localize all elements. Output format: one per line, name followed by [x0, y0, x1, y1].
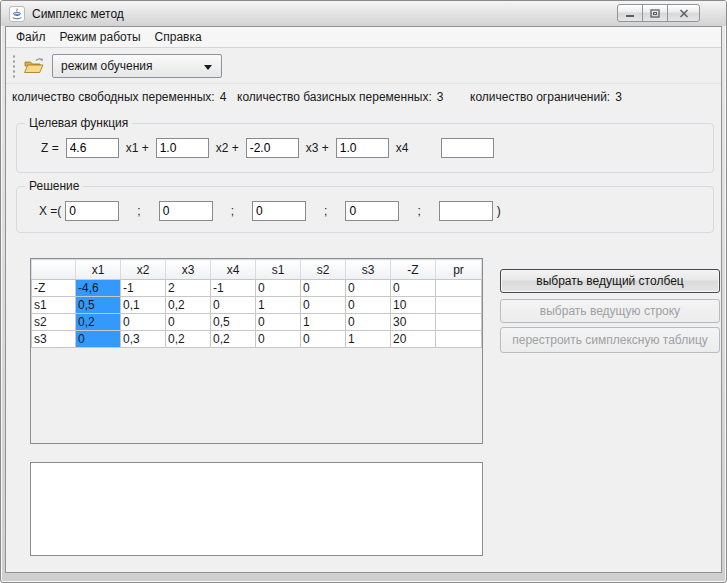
client-area: Файл Режим работы Справка режим обучения [5, 26, 722, 573]
solution-x1[interactable] [65, 201, 119, 221]
table-cell[interactable]: 2 [166, 280, 211, 297]
column-header[interactable]: pr [436, 260, 482, 280]
table-cell[interactable]: -1 [121, 280, 166, 297]
free-variables-value: 4 [220, 90, 227, 104]
table-row: -Z-4,6-12-10000 [32, 280, 482, 297]
table-cell[interactable]: 1 [256, 297, 301, 314]
column-header[interactable]: x3 [166, 260, 211, 280]
column-header[interactable]: x4 [211, 260, 256, 280]
window-title: Симплекс метод [32, 7, 124, 21]
objective-extra-field[interactable] [441, 138, 494, 158]
objective-coef-x4[interactable] [336, 138, 389, 158]
solution-x3[interactable] [252, 201, 306, 221]
table-cell[interactable]: 0 [301, 280, 346, 297]
table-cell[interactable] [436, 331, 482, 348]
table-cell[interactable]: 0 [211, 297, 256, 314]
row-header[interactable]: s2 [32, 314, 76, 331]
objective-var-x4: x4 [396, 141, 409, 155]
column-header[interactable]: s3 [346, 260, 391, 280]
table-cell[interactable]: 20 [391, 331, 436, 348]
solution-separator: ; [231, 204, 234, 218]
mode-dropdown[interactable]: режим обучения [52, 54, 222, 78]
solution-extra-field[interactable] [439, 201, 493, 221]
column-header[interactable]: s2 [301, 260, 346, 280]
open-folder-icon [23, 57, 45, 75]
table-cell[interactable]: 0 [256, 331, 301, 348]
close-button[interactable] [667, 4, 700, 22]
objective-coef-x1[interactable] [66, 138, 119, 158]
column-header[interactable]: -Z [391, 260, 436, 280]
column-header[interactable]: x2 [121, 260, 166, 280]
solution-group-title: Решение [25, 179, 83, 193]
table-cell[interactable]: -4,6 [76, 280, 121, 297]
table-cell[interactable]: 0 [256, 314, 301, 331]
row-header[interactable]: s1 [32, 297, 76, 314]
log-area[interactable] [30, 462, 483, 556]
maximize-icon [650, 9, 660, 18]
solution-x2[interactable] [159, 201, 213, 221]
minimize-button[interactable] [617, 4, 643, 22]
column-header[interactable]: s1 [256, 260, 301, 280]
table-cell[interactable] [436, 314, 482, 331]
table-cell[interactable]: 10 [391, 297, 436, 314]
row-header[interactable]: -Z [32, 280, 76, 297]
open-file-button[interactable] [20, 52, 48, 80]
objective-prefix: Z = [41, 141, 59, 155]
objective-var-x1: x1 + [126, 141, 149, 155]
table-cell[interactable] [436, 280, 482, 297]
solution-group: Решение X =( ; ; ; ; ) [16, 186, 714, 233]
objective-coef-x3[interactable] [246, 138, 299, 158]
column-header[interactable]: x1 [76, 260, 121, 280]
select-pivot-row-button[interactable]: выбрать ведущую строку [500, 299, 720, 323]
table-cell[interactable]: -1 [211, 280, 256, 297]
constraints-count: количество ограничений:3 [470, 90, 622, 104]
rebuild-simplex-table-button[interactable]: перестроить симплексную таблицу [500, 327, 720, 353]
table-cell[interactable]: 0 [391, 280, 436, 297]
table-cell[interactable]: 0 [301, 331, 346, 348]
menu-file[interactable]: Файл [9, 28, 53, 46]
table-cell[interactable]: 0 [166, 314, 211, 331]
close-icon [679, 9, 689, 18]
row-header[interactable]: s3 [32, 331, 76, 348]
table-cell[interactable]: 0,2 [166, 331, 211, 348]
simplex-table: x1x2x3x4s1s2s3-Zpr-Z-4,6-12-10000s10,50,… [31, 259, 482, 348]
solution-x4[interactable] [345, 201, 399, 221]
title-bar[interactable]: Симплекс метод [1, 1, 726, 26]
table-cell[interactable]: 0 [346, 314, 391, 331]
solution-separator: ; [137, 204, 140, 218]
table-row: s300,30,20,200120 [32, 331, 482, 348]
parameters-row: количество свободных переменных:4 количе… [6, 90, 721, 105]
table-cell[interactable]: 0,1 [121, 297, 166, 314]
app-window: Симплекс метод Файл Режим работы Справка [0, 0, 727, 583]
objective-function-group: Целевая функция Z = x1 + x2 + x3 + x4 [16, 123, 714, 173]
menu-work-mode[interactable]: Режим работы [53, 28, 148, 46]
toolbar-grip-handle[interactable] [12, 54, 16, 78]
maximize-button[interactable] [642, 4, 668, 22]
table-cell[interactable]: 0 [346, 297, 391, 314]
table-cell[interactable]: 0,5 [76, 297, 121, 314]
toolbar: режим обучения [6, 48, 721, 84]
simplex-table-panel: x1x2x3x4s1s2s3-Zpr-Z-4,6-12-10000s10,50,… [30, 258, 483, 444]
select-pivot-column-button[interactable]: выбрать ведущий столбец [500, 269, 720, 293]
table-cell[interactable]: 0,5 [211, 314, 256, 331]
menu-bar: Файл Режим работы Справка [6, 27, 721, 48]
minimize-icon [625, 9, 635, 18]
menu-help[interactable]: Справка [148, 28, 209, 46]
table-cell[interactable]: 0,2 [166, 297, 211, 314]
table-cell[interactable]: 0 [301, 297, 346, 314]
table-cell[interactable]: 0 [346, 280, 391, 297]
column-header[interactable] [32, 260, 76, 280]
table-cell[interactable]: 1 [301, 314, 346, 331]
table-cell[interactable]: 0,2 [76, 314, 121, 331]
table-cell[interactable] [436, 297, 482, 314]
table-cell[interactable]: 0 [256, 280, 301, 297]
table-cell[interactable]: 0,2 [211, 331, 256, 348]
table-cell[interactable]: 1 [346, 331, 391, 348]
table-cell[interactable]: 30 [391, 314, 436, 331]
table-cell[interactable]: 0 [121, 314, 166, 331]
objective-coef-x2[interactable] [156, 138, 209, 158]
table-cell[interactable]: 0,3 [121, 331, 166, 348]
basis-variables-count: количество базисных переменных:3 [237, 90, 443, 104]
table-cell[interactable]: 0 [76, 331, 121, 348]
mode-dropdown-value: режим обучения [61, 59, 153, 73]
